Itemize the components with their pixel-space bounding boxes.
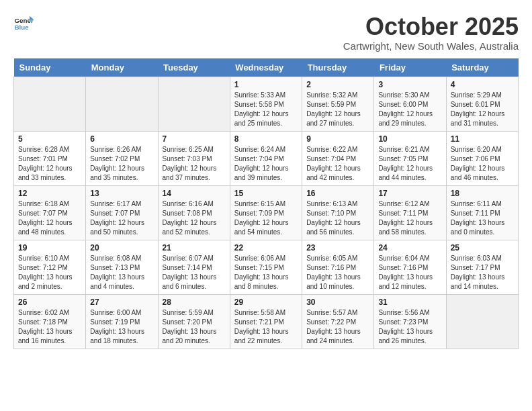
day-number: 23 bbox=[306, 243, 369, 253]
day-number: 20 bbox=[90, 243, 153, 253]
day-cell: 3Sunrise: 5:30 AM Sunset: 6:00 PM Daylig… bbox=[374, 77, 446, 131]
day-number: 6 bbox=[90, 134, 153, 144]
day-info: Sunrise: 6:25 AM Sunset: 7:03 PM Dayligh… bbox=[163, 145, 226, 183]
day-number: 2 bbox=[306, 80, 369, 89]
day-cell bbox=[86, 77, 158, 131]
day-number: 10 bbox=[378, 134, 441, 144]
day-cell: 26Sunrise: 6:02 AM Sunset: 7:18 PM Dayli… bbox=[14, 294, 86, 349]
day-cell: 5Sunrise: 6:28 AM Sunset: 7:01 PM Daylig… bbox=[14, 131, 86, 185]
day-cell: 20Sunrise: 6:08 AM Sunset: 7:13 PM Dayli… bbox=[86, 240, 158, 294]
day-number: 9 bbox=[306, 134, 369, 144]
title-block: October 2025 Cartwright, New South Wales… bbox=[343, 13, 519, 52]
header-tuesday: Tuesday bbox=[158, 58, 230, 77]
day-cell: 19Sunrise: 6:10 AM Sunset: 7:12 PM Dayli… bbox=[14, 240, 86, 294]
day-cell: 12Sunrise: 6:18 AM Sunset: 7:07 PM Dayli… bbox=[14, 185, 86, 240]
day-info: Sunrise: 5:32 AM Sunset: 5:59 PM Dayligh… bbox=[306, 91, 369, 128]
day-number: 15 bbox=[234, 189, 298, 198]
day-number: 21 bbox=[163, 243, 226, 253]
day-info: Sunrise: 6:15 AM Sunset: 7:09 PM Dayligh… bbox=[234, 199, 298, 237]
header-saturday: Saturday bbox=[446, 58, 518, 77]
day-cell: 8Sunrise: 6:24 AM Sunset: 7:04 PM Daylig… bbox=[230, 131, 302, 185]
day-cell: 27Sunrise: 6:00 AM Sunset: 7:19 PM Dayli… bbox=[86, 294, 158, 349]
header-sunday: Sunday bbox=[14, 58, 86, 77]
day-cell: 31Sunrise: 5:56 AM Sunset: 7:23 PM Dayli… bbox=[374, 294, 446, 349]
header-friday: Friday bbox=[374, 58, 446, 77]
day-info: Sunrise: 5:33 AM Sunset: 5:58 PM Dayligh… bbox=[234, 91, 298, 128]
day-info: Sunrise: 6:17 AM Sunset: 7:07 PM Dayligh… bbox=[90, 199, 153, 237]
day-info: Sunrise: 5:29 AM Sunset: 6:01 PM Dayligh… bbox=[451, 91, 514, 128]
day-cell bbox=[14, 77, 86, 131]
day-number: 5 bbox=[18, 134, 81, 144]
week-row-4: 19Sunrise: 6:10 AM Sunset: 7:12 PM Dayli… bbox=[14, 240, 519, 294]
week-row-5: 26Sunrise: 6:02 AM Sunset: 7:18 PM Dayli… bbox=[14, 294, 519, 349]
day-cell: 7Sunrise: 6:25 AM Sunset: 7:03 PM Daylig… bbox=[158, 131, 230, 185]
day-cell: 22Sunrise: 6:06 AM Sunset: 7:15 PM Dayli… bbox=[230, 240, 302, 294]
day-number: 17 bbox=[378, 189, 441, 198]
day-number: 30 bbox=[306, 298, 369, 307]
day-number: 13 bbox=[90, 189, 153, 198]
day-number: 19 bbox=[18, 243, 81, 253]
day-number: 26 bbox=[18, 298, 81, 307]
day-number: 25 bbox=[451, 243, 514, 253]
day-info: Sunrise: 5:57 AM Sunset: 7:22 PM Dayligh… bbox=[306, 308, 369, 346]
day-number: 22 bbox=[234, 243, 298, 253]
day-info: Sunrise: 6:16 AM Sunset: 7:08 PM Dayligh… bbox=[163, 199, 226, 237]
week-row-3: 12Sunrise: 6:18 AM Sunset: 7:07 PM Dayli… bbox=[14, 185, 519, 240]
calendar-table: SundayMondayTuesdayWednesdayThursdayFrid… bbox=[13, 58, 519, 349]
day-number: 24 bbox=[378, 243, 441, 253]
day-number: 28 bbox=[163, 298, 226, 307]
day-info: Sunrise: 6:28 AM Sunset: 7:01 PM Dayligh… bbox=[18, 145, 81, 183]
day-info: Sunrise: 6:04 AM Sunset: 7:16 PM Dayligh… bbox=[378, 254, 441, 291]
day-cell: 2Sunrise: 5:32 AM Sunset: 5:59 PM Daylig… bbox=[302, 77, 374, 131]
day-info: Sunrise: 5:58 AM Sunset: 7:21 PM Dayligh… bbox=[234, 308, 298, 346]
day-info: Sunrise: 6:05 AM Sunset: 7:16 PM Dayligh… bbox=[306, 254, 369, 291]
header-thursday: Thursday bbox=[302, 58, 374, 77]
day-info: Sunrise: 5:59 AM Sunset: 7:20 PM Dayligh… bbox=[163, 308, 226, 346]
day-info: Sunrise: 6:13 AM Sunset: 7:10 PM Dayligh… bbox=[306, 199, 369, 237]
day-number: 3 bbox=[378, 80, 441, 89]
day-cell: 23Sunrise: 6:05 AM Sunset: 7:16 PM Dayli… bbox=[302, 240, 374, 294]
day-cell bbox=[446, 294, 518, 349]
day-info: Sunrise: 5:56 AM Sunset: 7:23 PM Dayligh… bbox=[378, 308, 441, 346]
header-wednesday: Wednesday bbox=[230, 58, 302, 77]
day-cell: 11Sunrise: 6:20 AM Sunset: 7:06 PM Dayli… bbox=[446, 131, 518, 185]
day-info: Sunrise: 6:21 AM Sunset: 7:05 PM Dayligh… bbox=[378, 145, 441, 183]
day-number: 14 bbox=[163, 189, 226, 198]
day-number: 7 bbox=[163, 134, 226, 144]
day-info: Sunrise: 5:30 AM Sunset: 6:00 PM Dayligh… bbox=[378, 91, 441, 128]
day-cell: 21Sunrise: 6:07 AM Sunset: 7:14 PM Dayli… bbox=[158, 240, 230, 294]
svg-text:Blue: Blue bbox=[15, 24, 30, 31]
day-number: 4 bbox=[451, 80, 514, 89]
day-number: 1 bbox=[234, 80, 298, 89]
day-info: Sunrise: 6:24 AM Sunset: 7:04 PM Dayligh… bbox=[234, 145, 298, 183]
day-cell: 10Sunrise: 6:21 AM Sunset: 7:05 PM Dayli… bbox=[374, 131, 446, 185]
day-number: 8 bbox=[234, 134, 298, 144]
day-cell: 18Sunrise: 6:11 AM Sunset: 7:11 PM Dayli… bbox=[446, 185, 518, 240]
logo: General Blue bbox=[13, 13, 34, 34]
day-number: 31 bbox=[378, 298, 441, 307]
day-info: Sunrise: 6:06 AM Sunset: 7:15 PM Dayligh… bbox=[234, 254, 298, 291]
day-number: 11 bbox=[451, 134, 514, 144]
day-cell: 16Sunrise: 6:13 AM Sunset: 7:10 PM Dayli… bbox=[302, 185, 374, 240]
day-number: 16 bbox=[306, 189, 369, 198]
day-info: Sunrise: 6:11 AM Sunset: 7:11 PM Dayligh… bbox=[451, 199, 514, 237]
day-cell: 4Sunrise: 5:29 AM Sunset: 6:01 PM Daylig… bbox=[446, 77, 518, 131]
page-header: General Blue October 2025 Cartwright, Ne… bbox=[13, 13, 519, 52]
day-info: Sunrise: 6:18 AM Sunset: 7:07 PM Dayligh… bbox=[18, 199, 81, 237]
day-cell: 15Sunrise: 6:15 AM Sunset: 7:09 PM Dayli… bbox=[230, 185, 302, 240]
day-number: 12 bbox=[18, 189, 81, 198]
header-monday: Monday bbox=[86, 58, 158, 77]
header-row: SundayMondayTuesdayWednesdayThursdayFrid… bbox=[14, 58, 519, 77]
week-row-1: 1Sunrise: 5:33 AM Sunset: 5:58 PM Daylig… bbox=[14, 77, 519, 131]
day-cell: 6Sunrise: 6:26 AM Sunset: 7:02 PM Daylig… bbox=[86, 131, 158, 185]
month-title: October 2025 bbox=[343, 13, 519, 40]
day-cell: 9Sunrise: 6:22 AM Sunset: 7:04 PM Daylig… bbox=[302, 131, 374, 185]
day-cell: 29Sunrise: 5:58 AM Sunset: 7:21 PM Dayli… bbox=[230, 294, 302, 349]
day-cell: 17Sunrise: 6:12 AM Sunset: 7:11 PM Dayli… bbox=[374, 185, 446, 240]
day-info: Sunrise: 6:03 AM Sunset: 7:17 PM Dayligh… bbox=[451, 254, 514, 291]
location-subtitle: Cartwright, New South Wales, Australia bbox=[343, 40, 519, 52]
day-cell: 24Sunrise: 6:04 AM Sunset: 7:16 PM Dayli… bbox=[374, 240, 446, 294]
day-info: Sunrise: 6:10 AM Sunset: 7:12 PM Dayligh… bbox=[18, 254, 81, 291]
day-cell: 14Sunrise: 6:16 AM Sunset: 7:08 PM Dayli… bbox=[158, 185, 230, 240]
day-cell bbox=[158, 77, 230, 131]
